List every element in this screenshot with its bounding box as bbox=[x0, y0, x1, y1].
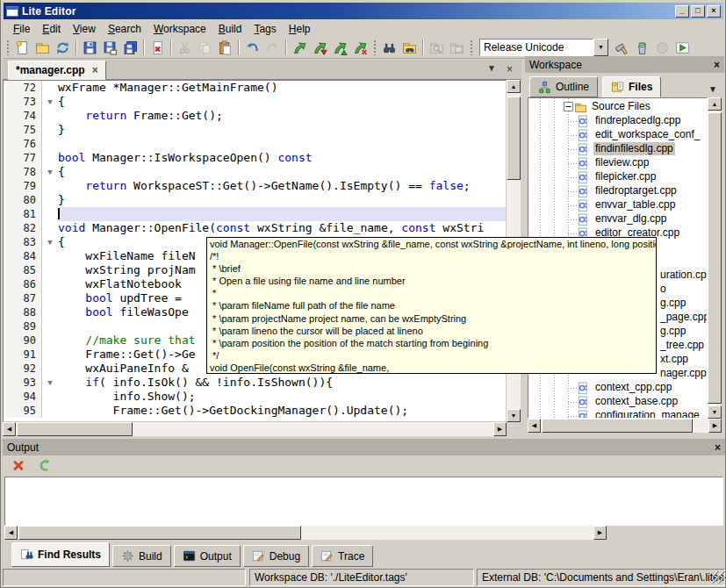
tree-item[interactable]: filepicker.cpp bbox=[528, 170, 707, 184]
menu-view[interactable]: View bbox=[67, 21, 102, 37]
save-all-icon[interactable] bbox=[120, 38, 140, 57]
build-icon[interactable] bbox=[612, 38, 632, 57]
new-file-icon[interactable] bbox=[12, 38, 32, 57]
tab-trace[interactable]: Trace bbox=[312, 545, 373, 567]
title-bar[interactable]: Lite Editor _ □ × bbox=[4, 3, 723, 19]
tab-files[interactable]: Files bbox=[602, 76, 661, 97]
menu-edit[interactable]: Edit bbox=[36, 21, 67, 37]
save-as-icon[interactable] bbox=[100, 38, 120, 57]
close-file-icon[interactable] bbox=[147, 38, 168, 57]
tab-manager-cpp[interactable]: *manager.cpp × bbox=[8, 61, 106, 80]
tree-item[interactable]: context_base.cpp bbox=[528, 395, 707, 409]
scroll-left-icon[interactable]: ◀ bbox=[3, 422, 16, 436]
tab-build[interactable]: Build bbox=[112, 545, 171, 567]
scroll-up-icon[interactable]: ▲ bbox=[708, 97, 722, 111]
scroll-down-icon[interactable]: ▼ bbox=[708, 405, 722, 419]
collapse-output-icon[interactable] bbox=[34, 456, 54, 476]
find-in-files-icon[interactable] bbox=[399, 38, 420, 57]
fold-marker-icon[interactable]: ▼ bbox=[42, 235, 58, 249]
tab-list-dropdown-icon[interactable]: ▼ bbox=[487, 63, 496, 75]
menu-workspace[interactable]: Workspace bbox=[147, 21, 212, 37]
scroll-thumb[interactable] bbox=[708, 112, 722, 404]
combo-dropdown-icon[interactable]: ▼ bbox=[593, 39, 608, 56]
scroll-left-icon[interactable]: ◀ bbox=[528, 419, 541, 433]
open-folder-icon[interactable] bbox=[32, 38, 53, 57]
menu-search[interactable]: Search bbox=[102, 21, 147, 37]
bookmark-delete-icon[interactable] bbox=[350, 38, 370, 57]
tab-output[interactable]: Output bbox=[174, 545, 241, 567]
workspace-vertical-scrollbar[interactable]: ▲ ▼ bbox=[708, 97, 722, 419]
close-button[interactable]: × bbox=[707, 5, 721, 18]
tree-item[interactable]: edit_workspace_conf_ bbox=[528, 128, 707, 142]
code-line-75[interactable]: 75} bbox=[4, 123, 506, 137]
code-line-80[interactable]: 80} bbox=[4, 193, 506, 207]
maximize-button[interactable]: □ bbox=[691, 5, 705, 18]
undo-icon[interactable] bbox=[242, 38, 262, 57]
run-icon[interactable] bbox=[672, 38, 693, 57]
tree-item[interactable]: envvar_table.cpp bbox=[528, 198, 707, 212]
paste-icon[interactable] bbox=[215, 38, 235, 57]
scroll-thumb[interactable] bbox=[542, 419, 693, 433]
tree-item[interactable]: context_cpp.cpp bbox=[528, 381, 707, 395]
code-line-73[interactable]: 73▼{ bbox=[4, 95, 506, 109]
scroll-up-icon[interactable]: ▲ bbox=[507, 80, 521, 93]
bookmark-up-icon[interactable] bbox=[330, 38, 350, 57]
scroll-right-icon[interactable]: ▶ bbox=[593, 526, 607, 540]
menu-help[interactable]: Help bbox=[283, 21, 317, 37]
bookmark-add-icon[interactable] bbox=[310, 38, 330, 57]
workspace-close-icon[interactable]: × bbox=[714, 59, 720, 71]
scroll-thumb[interactable] bbox=[17, 422, 133, 436]
save-icon[interactable] bbox=[80, 38, 100, 57]
scroll-left-icon[interactable]: ◀ bbox=[4, 526, 18, 540]
code-line-79[interactable]: 79 return WorkspaceST::Get()->GetName().… bbox=[4, 179, 506, 193]
code-line-93[interactable]: 93▼ if( info.IsOk() && !info.IsShown()){ bbox=[4, 376, 506, 390]
fold-marker-icon[interactable]: ▼ bbox=[42, 376, 58, 390]
code-line-94[interactable]: 94 info.Show(); bbox=[4, 390, 506, 404]
tree-item[interactable]: configuration_manage bbox=[528, 409, 707, 419]
tab-find-results[interactable]: Find Results bbox=[11, 542, 110, 567]
tree-item[interactable]: filedroptarget.cpp bbox=[528, 184, 707, 198]
output-horizontal-scrollbar[interactable]: ◀ ▶ bbox=[4, 526, 607, 540]
code-line-76[interactable]: 76 bbox=[4, 137, 506, 151]
tab-close-icon[interactable]: × bbox=[92, 64, 98, 76]
code-line-82[interactable]: 82void Manager::OpenFile(const wxString … bbox=[4, 221, 506, 235]
tab-debug[interactable]: Debug bbox=[243, 545, 309, 567]
clear-output-icon[interactable] bbox=[9, 456, 29, 476]
scroll-right-icon[interactable]: ▶ bbox=[493, 422, 507, 436]
fold-marker-icon[interactable]: ▼ bbox=[42, 95, 58, 109]
build-config-value[interactable]: Release Unicode bbox=[479, 39, 593, 56]
tree-item[interactable]: fileview.cpp bbox=[528, 156, 707, 170]
code-line-74[interactable]: 74 return Frame::Get(); bbox=[4, 109, 506, 123]
scroll-right-icon[interactable]: ▶ bbox=[708, 419, 722, 433]
tree-item[interactable]: envvar_dlg.cpp bbox=[528, 212, 707, 226]
tree-item[interactable]: findinfilesdlg.cpp bbox=[528, 142, 707, 156]
editor-horizontal-scrollbar[interactable]: ◀ ▶ bbox=[3, 422, 507, 436]
output-close-icon[interactable]: × bbox=[715, 441, 721, 454]
workspace-horizontal-scrollbar[interactable]: ◀ ▶ bbox=[528, 419, 722, 433]
menu-build[interactable]: Build bbox=[212, 21, 248, 37]
scroll-thumb[interactable] bbox=[18, 526, 301, 540]
code-line-81[interactable]: 81 bbox=[4, 207, 506, 221]
collapse-icon[interactable] bbox=[564, 102, 573, 111]
reload-icon[interactable] bbox=[53, 38, 73, 57]
workspace-tab-dropdown-icon[interactable]: ▼ bbox=[708, 84, 724, 97]
code-line-77[interactable]: 77bool Manager::IsWorkspaceOpen() const bbox=[4, 151, 506, 165]
code-line-95[interactable]: 95 Frame::Get()->GetDockingManager().Upd… bbox=[4, 404, 506, 418]
clean-icon[interactable] bbox=[632, 38, 652, 57]
build-config-combo[interactable]: Release Unicode▼ bbox=[479, 39, 608, 56]
tree-node-source-files[interactable]: Source Files bbox=[528, 100, 707, 114]
fold-marker-icon[interactable]: ▼ bbox=[42, 165, 58, 179]
menu-tags[interactable]: Tags bbox=[248, 21, 282, 37]
output-text-area[interactable] bbox=[4, 477, 723, 526]
notebook-close-icon[interactable]: × bbox=[507, 63, 513, 75]
code-line-78[interactable]: 78▼{ bbox=[4, 165, 506, 179]
find-icon[interactable] bbox=[379, 38, 399, 57]
scroll-thumb[interactable] bbox=[507, 97, 521, 180]
scroll-down-icon[interactable]: ▼ bbox=[507, 409, 521, 422]
code-line-72[interactable]: 72wxFrame *Manager::GetMainFrame() bbox=[4, 81, 506, 95]
tree-item[interactable]: findreplacedlg.cpp bbox=[528, 114, 707, 128]
minimize-button[interactable]: _ bbox=[675, 5, 689, 18]
menu-file[interactable]: File bbox=[7, 21, 36, 37]
resize-grip[interactable] bbox=[713, 571, 725, 584]
tab-outline[interactable]: Outline bbox=[529, 76, 598, 97]
